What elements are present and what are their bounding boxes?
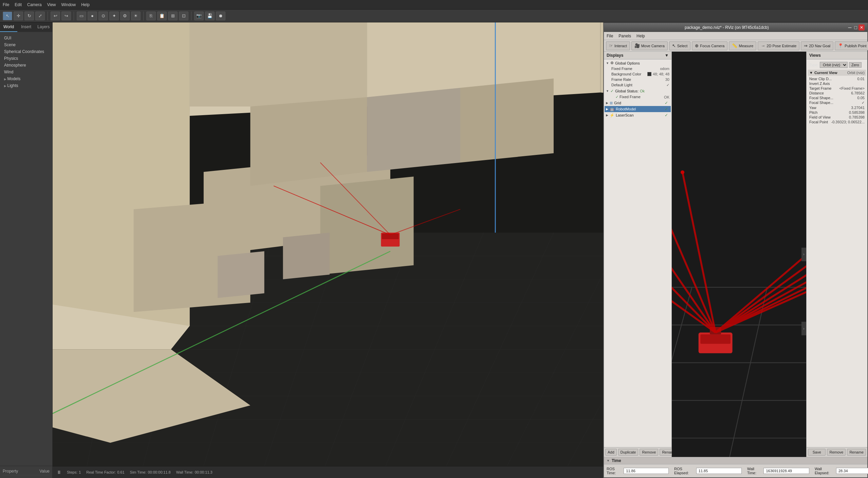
laserscan-arrow: ▶ — [606, 113, 608, 117]
tree-models[interactable]: Models — [1, 75, 51, 82]
view-type-select[interactable]: Orbit (rviz) — [820, 62, 848, 68]
background-color-row[interactable]: Background Color 48; 48; 48 — [605, 71, 671, 77]
tool-sphere[interactable]: ● — [88, 12, 97, 20]
view-zero-button[interactable]: Zero — [849, 62, 862, 68]
tree-lights[interactable]: Lights — [1, 82, 51, 89]
navgoal-label: 2D Nav Goal — [809, 44, 830, 48]
tool-save[interactable]: 💾 — [205, 12, 215, 20]
rviz-menu-help[interactable]: Help — [636, 34, 645, 38]
rviz-3d-viewport[interactable]: › › — [672, 52, 806, 457]
rviz-minimize-button[interactable]: ─ — [847, 25, 853, 30]
rviz-navgoal-button[interactable]: ⇒ 2D Nav Goal — [801, 41, 833, 50]
menu-camera[interactable]: Camera — [27, 2, 42, 7]
menu-window[interactable]: Window — [61, 2, 76, 7]
tool-spotlight[interactable]: ⚙ — [120, 12, 130, 20]
tool-box[interactable]: ▭ — [77, 12, 86, 20]
tool-pointlight[interactable]: ✦ — [109, 12, 119, 20]
tool-redo[interactable]: ↪ — [61, 12, 71, 20]
rviz-publishpoint-button[interactable]: 📍 Publish Point — [835, 41, 868, 50]
views-remove-button[interactable]: Remove — [827, 449, 846, 456]
default-light-row[interactable]: Default Light ✓ — [605, 82, 671, 88]
rviz-select-button[interactable]: ↖ Select — [669, 41, 691, 50]
realtime-value: 0.61 — [117, 470, 124, 474]
rviz-measure-button[interactable]: 📏 Measure — [729, 41, 756, 50]
views-save-button[interactable]: Save — [808, 449, 826, 456]
views-rename-button[interactable]: Rename — [847, 449, 866, 456]
view-yaw-row: Yaw 3.27041 — [808, 105, 866, 110]
play-pause-button[interactable]: ⏸ — [57, 470, 61, 475]
rviz-scene[interactable]: › › — [672, 52, 806, 457]
wall-elapsed-input[interactable] — [836, 468, 868, 474]
fixed-frame-row[interactable]: Fixed Frame odom — [605, 66, 671, 71]
tool-cylinder[interactable]: ⊙ — [98, 12, 108, 20]
rviz-close-button[interactable]: ✕ — [858, 24, 865, 31]
menu-edit[interactable]: Edit — [15, 2, 22, 7]
tool-snap[interactable]: ⊡ — [179, 12, 188, 20]
wall-time-input[interactable] — [763, 468, 809, 474]
rviz-interact-button[interactable]: ☞ Interact — [606, 41, 630, 50]
ros-elapsed-input[interactable] — [696, 468, 742, 474]
tab-insert[interactable]: Insert — [17, 22, 35, 32]
tool-scale[interactable]: ⤢ — [35, 12, 45, 20]
tree-atmosphere[interactable]: Atmosphere — [1, 62, 51, 69]
tool-record[interactable]: ⏺ — [216, 12, 225, 20]
tool-camera[interactable]: 📷 — [194, 12, 204, 20]
frame-rate-row[interactable]: Frame Rate 30 — [605, 77, 671, 82]
rviz-scene-svg — [672, 52, 806, 457]
tool-undo[interactable]: ↩ — [51, 12, 60, 20]
view-type-row: Type: Orbit (rviz) Zero — [808, 61, 866, 69]
wall-time-field: Wall Time: — [747, 467, 809, 475]
grid-label: Grid — [614, 101, 621, 105]
view-focalshape2-row: Focal Shape... ✓ — [808, 100, 866, 105]
rviz-movecamera-button[interactable]: 🎥 Move Camera — [631, 41, 668, 50]
fov-key: Field of View — [809, 115, 831, 119]
rviz-menu-file[interactable]: File — [607, 34, 613, 38]
displays-duplicate-button[interactable]: Duplicate — [618, 449, 639, 456]
tool-select[interactable]: ↖ — [3, 12, 12, 20]
viewport-expand-bottom[interactable]: › — [801, 322, 806, 335]
global-options-arrow: ▼ — [606, 61, 609, 65]
rviz-focuscamera-button[interactable]: ⊕ Focus Camera — [692, 41, 727, 50]
global-status-item[interactable]: ▼ ✓ Global Status: Ok — [605, 88, 671, 94]
tool-align[interactable]: ⊞ — [168, 12, 178, 20]
displays-add-button[interactable]: Add — [605, 449, 617, 456]
tool-copy[interactable]: ⎘ — [146, 12, 156, 20]
menu-view[interactable]: View — [47, 2, 56, 7]
svg-marker-41 — [283, 233, 330, 279]
rviz-poseestimate-button[interactable]: → 2D Pose Estimate — [758, 41, 799, 50]
displays-remove-button[interactable]: Remove — [640, 449, 658, 456]
view-focalpoint-row[interactable]: Focal Point -0.39323; 0.06522... — [808, 120, 866, 124]
tree-wind[interactable]: Wind — [1, 69, 51, 75]
movecamera-label: Move Camera — [641, 44, 665, 48]
time-header[interactable]: ▼ Time — [604, 457, 867, 464]
current-view-section[interactable]: ▼ Current View Orbit (rviz) — [808, 70, 866, 76]
menu-help[interactable]: Help — [81, 2, 90, 7]
tool-dirlight[interactable]: ☀ — [131, 12, 141, 20]
separator-1 — [48, 12, 48, 20]
tree-scene[interactable]: Scene — [1, 41, 51, 48]
view-fov-row: Field of View 0.785398 — [808, 115, 866, 120]
tree-gui[interactable]: GUI — [1, 35, 51, 41]
realtime-status: Real Time Factor: 0.61 — [86, 470, 124, 474]
displays-collapse-icon[interactable]: ▼ — [665, 53, 669, 58]
tool-rotate[interactable]: ↻ — [24, 12, 34, 20]
rviz-maximize-button[interactable]: □ — [853, 25, 858, 30]
views-content: Type: Orbit (rviz) Zero ▼ Current View — [807, 59, 867, 447]
viewport[interactable]: ⏸ Steps: 1 Real Time Factor: 0.61 Sim Ti… — [53, 22, 868, 478]
tool-translate[interactable]: ✛ — [14, 12, 23, 20]
yaw-key: Yaw — [809, 106, 816, 110]
robotmodel-display-item[interactable]: ▶ 🤖 RobotModel ✓ — [605, 106, 671, 112]
tree-spherical[interactable]: Spherical Coordinates — [1, 48, 51, 55]
viewport-expand-right[interactable]: › — [801, 248, 806, 261]
global-options-item[interactable]: ▼ ⚙ Global Options — [605, 60, 671, 66]
tool-paste[interactable]: 📋 — [157, 12, 167, 20]
tree-physics[interactable]: Physics — [1, 55, 51, 62]
ros-time-input[interactable] — [624, 468, 669, 474]
global-status-val: Ok — [640, 89, 645, 93]
tab-world[interactable]: World — [0, 22, 17, 32]
menu-file[interactable]: File — [3, 2, 9, 7]
grid-display-item[interactable]: ▶ ⊞ Grid ✓ — [605, 100, 671, 106]
tab-layers[interactable]: Layers — [35, 22, 52, 32]
laserscan-display-item[interactable]: ▶ ⚡ LaserScan ✓ — [605, 112, 671, 118]
rviz-menu-panels[interactable]: Panels — [618, 34, 631, 38]
